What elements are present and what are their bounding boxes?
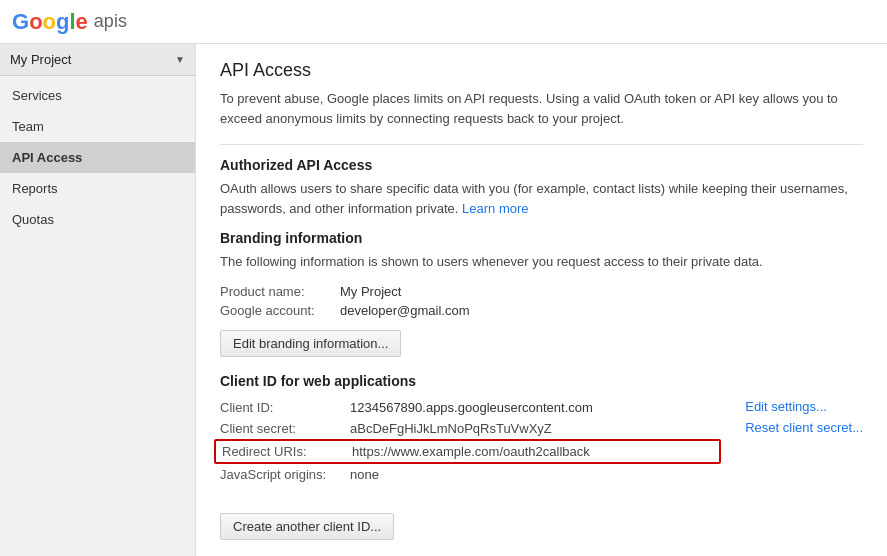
logo-e: e [76, 9, 88, 35]
sidebar: My Project ▼ Services Team API Access Re… [0, 44, 196, 556]
redirect-uris-label: Redirect URIs: [222, 444, 352, 459]
branding-title: Branding information [220, 230, 863, 246]
reset-secret-link[interactable]: Reset client secret... [745, 420, 863, 435]
apis-label: apis [94, 11, 127, 32]
client-id-value: 1234567890.apps.googleusercontent.com [350, 400, 593, 415]
client-secret-row: Client secret: aBcDeFgHiJkLmNoPqRsTuVwXy… [220, 418, 721, 439]
sidebar-nav: Services Team API Access Reports Quotas [0, 76, 195, 235]
client-id-right: Edit settings... Reset client secret... [721, 397, 863, 485]
sidebar-item-team[interactable]: Team [0, 111, 195, 142]
edit-settings-link[interactable]: Edit settings... [745, 399, 863, 414]
layout: My Project ▼ Services Team API Access Re… [0, 44, 887, 556]
page-description: To prevent abuse, Google places limits o… [220, 89, 860, 128]
logo-o1: o [29, 9, 42, 35]
header: Google apis [0, 0, 887, 44]
product-name-row: Product name: My Project [220, 284, 863, 299]
js-origins-value: none [350, 467, 379, 482]
client-id-left: Client ID: 1234567890.apps.googleusercon… [220, 397, 721, 485]
authorized-section-title: Authorized API Access [220, 157, 863, 173]
client-id-row: Client ID: 1234567890.apps.googleusercon… [220, 397, 721, 418]
google-account-value: developer@gmail.com [340, 303, 470, 318]
logo-g2: g [56, 9, 69, 35]
product-name-label: Product name: [220, 284, 340, 299]
client-id-title: Client ID for web applications [220, 373, 863, 389]
sidebar-item-quotas[interactable]: Quotas [0, 204, 195, 235]
redirect-uris-row: Redirect URIs: https://www.example.com/o… [214, 439, 721, 464]
authorized-section-description: OAuth allows users to share specific dat… [220, 179, 860, 218]
google-logo: Google [12, 9, 88, 35]
logo-o2: o [43, 9, 56, 35]
project-selector[interactable]: My Project ▼ [0, 44, 195, 76]
sidebar-item-services[interactable]: Services [0, 80, 195, 111]
client-secret-label: Client secret: [220, 421, 350, 436]
google-account-row: Google account: developer@gmail.com [220, 303, 863, 318]
chevron-down-icon: ▼ [175, 54, 185, 65]
learn-more-link[interactable]: Learn more [462, 201, 528, 216]
sidebar-item-api-access[interactable]: API Access [0, 142, 195, 173]
js-origins-row: JavaScript origins: none [220, 464, 721, 485]
logo-g: G [12, 9, 29, 35]
divider-1 [220, 144, 863, 145]
redirect-uris-value: https://www.example.com/oauth2callback [352, 444, 590, 459]
js-origins-label: JavaScript origins: [220, 467, 350, 482]
client-id-label: Client ID: [220, 400, 350, 415]
client-id-section: Client ID for web applications Client ID… [220, 373, 863, 485]
edit-branding-button[interactable]: Edit branding information... [220, 330, 401, 357]
client-id-table: Client ID: 1234567890.apps.googleusercon… [220, 397, 863, 485]
google-account-label: Google account: [220, 303, 340, 318]
create-button-area: Create another client ID... [220, 505, 863, 540]
client-secret-value: aBcDeFgHiJkLmNoPqRsTuVwXyZ [350, 421, 552, 436]
page-title: API Access [220, 60, 863, 81]
branding-description: The following information is shown to us… [220, 252, 860, 272]
main-content: API Access To prevent abuse, Google plac… [196, 44, 887, 556]
create-client-id-button[interactable]: Create another client ID... [220, 513, 394, 540]
project-selector-label: My Project [10, 52, 71, 67]
branding-section: Branding information The following infor… [220, 230, 863, 357]
sidebar-item-reports[interactable]: Reports [0, 173, 195, 204]
product-name-value: My Project [340, 284, 401, 299]
